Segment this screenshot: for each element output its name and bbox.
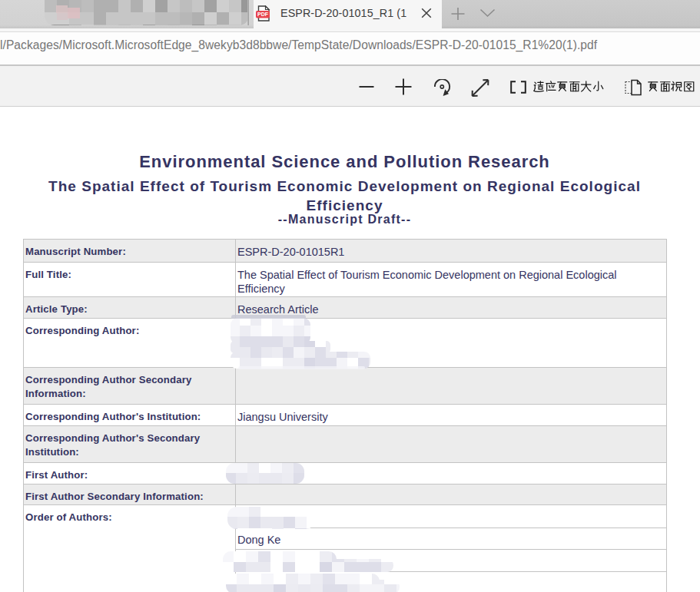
svg-text:PDF: PDF (257, 12, 269, 17)
